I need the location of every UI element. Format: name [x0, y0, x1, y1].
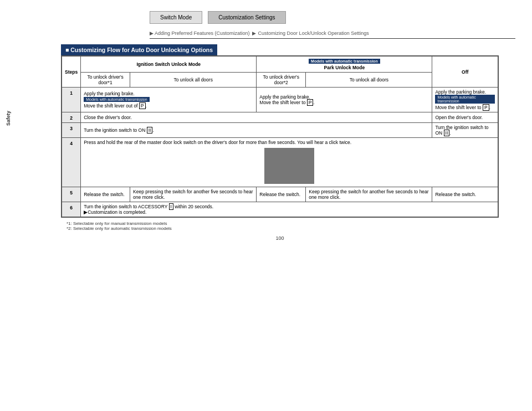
auto-trans-badge-1: Models with automatic transmission [309, 59, 380, 64]
off-header: Off [432, 56, 498, 88]
breadcrumb-part2: Customizing Door Lock/Unlock Operation S… [258, 30, 369, 36]
step-3-col3: Turn the ignition switch to ON II. [432, 123, 498, 138]
step-5-release1: Release the switch. [81, 187, 130, 202]
table-row: 3 Turn the ignition switch to ON II. Tur… [62, 123, 498, 138]
steps-header: Steps [62, 56, 81, 88]
step-5-keep2: Keep pressing the switch for another fiv… [306, 187, 432, 202]
step-5-num: 5 [62, 187, 81, 202]
footnote-2: *2: Selectable only for automatic transm… [66, 226, 499, 231]
park-unlock-header: Models with automatic transmission Park … [257, 56, 432, 73]
switch-mode-button[interactable]: Switch Mode [150, 11, 202, 24]
table-container: Steps Ignition Switch Unlock Mode Models… [61, 55, 499, 218]
park-unlock-mode-label: Park Unlock Mode [259, 65, 429, 70]
footnotes: *1: Selectable only for manual transmiss… [66, 221, 499, 231]
header-row-1: Steps Ignition Switch Unlock Mode Models… [62, 56, 498, 73]
sub-header-all-doors2: To unlock all doors [306, 73, 432, 88]
customization-settings-button[interactable]: Customization Settings [208, 11, 285, 24]
step-1-col2: Apply the parking brake. Move the shift … [257, 88, 432, 112]
page-container: Safety Switch Mode Customization Setting… [0, 0, 532, 411]
table-row: 4 Press and hold the rear of the master … [62, 138, 498, 187]
step-3-num: 3 [62, 123, 81, 138]
customization-table: Steps Ignition Switch Unlock Mode Models… [62, 56, 498, 217]
table-row: 6 Turn the ignition switch to ACCESSORY … [62, 202, 498, 217]
step-2-num: 2 [62, 112, 81, 123]
step-4-num: 4 [62, 138, 81, 187]
step-5-release2: Release the switch. [257, 187, 306, 202]
table-row: 5 Release the switch. Keep pressing the … [62, 187, 498, 202]
top-buttons-area: Switch Mode Customization Settings [150, 11, 515, 24]
footnote-1: *1: Selectable only for manual transmiss… [66, 221, 499, 226]
table-row: 1 Apply the parking brake. Models with a… [62, 88, 498, 112]
step-4-content: Press and hold the rear of the master do… [81, 138, 498, 187]
table-row: 2 Close the driver's door. Open the driv… [62, 112, 498, 123]
step-1-col1: Apply the parking brake. Models with aut… [81, 88, 257, 112]
step-5-keep1: Keep pressing the switch for another fiv… [130, 187, 257, 202]
breadcrumb: ▶ Adding Preferred Features (Customizati… [150, 30, 515, 39]
sidebar-label: Safety [6, 111, 11, 126]
ignition-unlock-header: Ignition Switch Unlock Mode [81, 56, 257, 73]
sub-header-all-doors1: To unlock all doors [130, 73, 257, 88]
sub-header-driver-door1: To unlock driver's door*1 [81, 73, 130, 88]
auto-trans-badge-step1-left: Models with automatic transmission [84, 97, 150, 102]
page-number: 100 [61, 235, 499, 241]
step-3-col1: Turn the ignition switch to ON II. [81, 123, 432, 138]
step-6-num: 6 [62, 202, 81, 217]
auto-trans-badge-step1-right: Models with automatic transmission [435, 95, 495, 104]
step-5-release3: Release the switch. [432, 187, 498, 202]
section-header: ■ Customizing Flow for Auto Door Unlocki… [61, 44, 217, 55]
switch-image [264, 148, 314, 184]
breadcrumb-part1: ▶ Adding Preferred Features (Customizati… [150, 30, 250, 36]
step-4-image-container [84, 148, 495, 185]
step-2-col3: Open the driver's door. [432, 112, 498, 123]
breadcrumb-arrow: ▶ [252, 30, 256, 36]
step-2-col1: Close the driver's door. [81, 112, 432, 123]
step-1-col3: Apply the parking brake. Models with aut… [432, 88, 498, 112]
step-6-content: Turn the ignition switch to ACCESSORY I … [81, 202, 498, 217]
main-content: ■ Customizing Flow for Auto Door Unlocki… [61, 44, 499, 241]
step-1-num: 1 [62, 88, 81, 112]
sub-header-driver-door2: To unlock driver's door*2 [257, 73, 306, 88]
